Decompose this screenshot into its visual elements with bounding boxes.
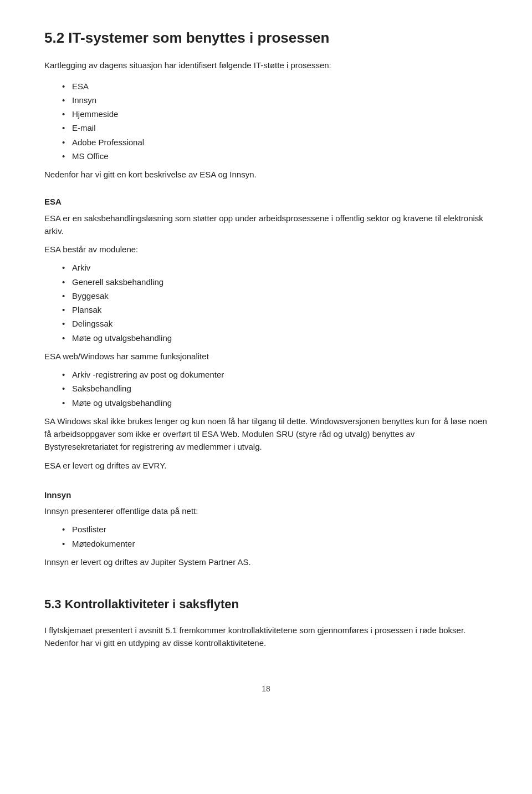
list-item: Innsyn — [62, 94, 488, 106]
intro-paragraph: Kartlegging av dagens situasjon har iden… — [44, 59, 488, 72]
list-item: Arkiv -registrering av post og dokumente… — [62, 368, 488, 381]
list-item: Møte og utvalgsbehandling — [62, 396, 488, 409]
list-item: Delingssak — [62, 317, 488, 330]
esa-description: ESA er en saksbehandlingsløsning som stø… — [44, 212, 488, 238]
innsyn-heading: Innsyn — [44, 488, 488, 501]
list-item: E-mail — [62, 121, 488, 134]
innsyn-intro: Innsyn presenterer offentlige data på ne… — [44, 505, 488, 517]
esa-web-intro: ESA web/Windows har samme funksjonalitet — [44, 350, 488, 363]
list-item: Generell saksbehandling — [62, 276, 488, 288]
esa-para1: SA Windows skal ikke brukes lenger og ku… — [44, 415, 488, 454]
list-item: Adobe Professional — [62, 136, 488, 149]
esa-para2: ESA er levert og driftes av EVRY. — [44, 459, 488, 472]
list-item: MS Office — [62, 150, 488, 162]
page-number: 18 — [44, 683, 488, 695]
esa-heading: ESA — [44, 195, 488, 208]
esa-moduler-list: Arkiv Generell saksbehandling Byggesak P… — [62, 261, 488, 344]
list-item: Byggesak — [62, 289, 488, 302]
section-53-heading: 5.3 Kontrollaktiviteter i saksflyten — [44, 595, 488, 614]
list-item: Hjemmeside — [62, 108, 488, 120]
esa-moduler-intro: ESA består av modulene: — [44, 243, 488, 256]
innsyn-list: Postlister Møtedokumenter — [62, 523, 488, 550]
list-item: ESA — [62, 80, 488, 93]
section-52-heading: 5.2 IT-systemer som benyttes i prosessen — [44, 27, 488, 49]
list-item: Møtedokumenter — [62, 537, 488, 550]
section53-para1: I flytskjemaet presentert i avsnitt 5.1 … — [44, 624, 488, 650]
it-systems-list: ESA Innsyn Hjemmeside E-mail Adobe Profe… — [62, 80, 488, 163]
innsyn-footer: Innsyn er levert og driftes av Jupiter S… — [44, 556, 488, 568]
list-item: Postlister — [62, 523, 488, 536]
list-item: Saksbehandling — [62, 382, 488, 395]
list-item: Arkiv — [62, 261, 488, 274]
list-item: Plansak — [62, 303, 488, 316]
beskrivelse-intro: Nedenfor har vi gitt en kort beskrivelse… — [44, 168, 488, 181]
list-item: Møte og utvalgsbehandling — [62, 332, 488, 344]
esa-web-list: Arkiv -registrering av post og dokumente… — [62, 368, 488, 409]
